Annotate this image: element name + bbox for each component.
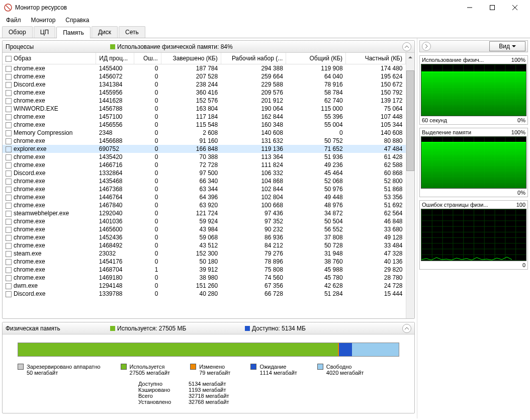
table-row[interactable]: Discord.exe1339788040 28066 72851 28415 …: [3, 290, 406, 298]
table-row[interactable]: dwm.exe12941480151 26067 35642 62824 728: [3, 282, 406, 290]
minimize-button[interactable]: [458, 0, 481, 15]
row-checkbox[interactable]: [6, 267, 12, 273]
row-checkbox[interactable]: [6, 291, 12, 297]
row-checkbox[interactable]: [6, 154, 12, 160]
tab-overview[interactable]: Обзор: [2, 26, 33, 38]
row-checkbox[interactable]: [6, 219, 12, 225]
physical-memory-title: Физическая память: [6, 325, 106, 332]
membar-free: [352, 343, 399, 356]
table-row[interactable]: Discord.exe13413840238 244229 58878 9161…: [3, 80, 406, 89]
app-icon: [4, 4, 12, 12]
table-row[interactable]: chrome.exe14559560360 416209 57658 78415…: [3, 89, 406, 97]
table-row[interactable]: chrome.exe1466716072 728111 82449 23662 …: [3, 161, 406, 169]
row-checkbox[interactable]: [6, 259, 12, 265]
legend-used: Используется27505 мегабайт: [121, 364, 170, 376]
close-button[interactable]: [503, 0, 526, 15]
maximize-button[interactable]: [481, 0, 503, 15]
row-checkbox[interactable]: [6, 187, 12, 193]
table-row[interactable]: chrome.exe1467368063 344102 84450 97651 …: [3, 185, 406, 193]
tab-memory[interactable]: Память: [56, 27, 91, 38]
membar-standby: [339, 343, 352, 356]
table-row[interactable]: chrome.exe14560720207 528259 66464 04019…: [3, 72, 406, 80]
table-row[interactable]: chrome.exe14416280152 576201 91262 74013…: [3, 97, 406, 105]
row-checkbox[interactable]: [6, 251, 12, 257]
table-row[interactable]: chrome.exe1452436059 06886 93637 80849 1…: [3, 233, 406, 241]
physical-memory-header[interactable]: Физическая память Используется: 27505 МБ…: [3, 322, 414, 334]
processes-title: Процессы: [6, 43, 106, 50]
row-checkbox[interactable]: [6, 82, 12, 88]
table-row[interactable]: chrome.exe14571000117 184162 84455 39610…: [3, 113, 406, 121]
legend-free: Свободно4020 мегабайт: [317, 364, 364, 376]
table-row[interactable]: explorer.exe6907520166 848119 13671 6524…: [3, 145, 406, 153]
row-checkbox[interactable]: [6, 98, 12, 104]
tab-cpu[interactable]: ЦП: [34, 26, 56, 38]
row-checkbox[interactable]: [6, 179, 12, 185]
table-row[interactable]: chrome.exe14565560115 548160 34855 00410…: [3, 121, 406, 129]
graph-commit: Выделение памяти100% 0%: [419, 128, 528, 197]
row-checkbox[interactable]: [6, 66, 12, 72]
menu-help[interactable]: Справка: [63, 16, 91, 25]
scroll-up-button[interactable]: [406, 53, 414, 61]
row-checkbox[interactable]: [6, 138, 12, 144]
menubar: Файл Монитор Справка: [0, 15, 530, 25]
table-row[interactable]: chrome.exe1435468066 340104 86852 06852 …: [3, 177, 406, 185]
col-commit[interactable]: Завершено (КБ): [161, 53, 221, 64]
table-row[interactable]: chrome.exe1401036059 92497 35250 50446 8…: [3, 217, 406, 225]
table-row[interactable]: chrome.exe1469180038 98074 56045 78028 7…: [3, 274, 406, 282]
memory-stats: Доступно5134 мегабайт Кэшировано1193 мег…: [138, 381, 399, 405]
table-row[interactable]: WINWORD.EXE14567880163 804190 064115 000…: [3, 105, 406, 113]
table-row[interactable]: chrome.exe1465600043 98490 23256 55233 6…: [3, 225, 406, 233]
svg-line-1: [6, 6, 10, 10]
legend-modified: Изменено79 мегабайт: [190, 364, 230, 376]
tab-disk[interactable]: Диск: [92, 26, 118, 38]
collapse-processes-button[interactable]: [402, 42, 411, 51]
row-checkbox[interactable]: [6, 130, 12, 136]
collapse-memory-button[interactable]: [402, 324, 411, 333]
col-private[interactable]: Частный (КБ): [346, 53, 406, 64]
mem-used-label: Используется: 27505 МБ: [117, 325, 186, 332]
table-row[interactable]: chrome.exe1435420070 388113 36451 93661 …: [3, 153, 406, 161]
tab-network[interactable]: Сеть: [119, 26, 145, 38]
row-checkbox[interactable]: [6, 146, 12, 152]
row-checkbox[interactable]: [6, 283, 12, 289]
table-row[interactable]: Memory Compression234802 608140 6080140 …: [3, 129, 406, 137]
row-checkbox[interactable]: [6, 211, 12, 217]
row-checkbox[interactable]: [6, 162, 12, 169]
row-checkbox[interactable]: [6, 203, 12, 209]
col-working-set[interactable]: Рабочий набор (...: [221, 53, 286, 64]
scroll-thumb[interactable]: [406, 70, 414, 171]
row-checkbox[interactable]: [6, 171, 12, 177]
row-checkbox[interactable]: [6, 122, 12, 128]
row-checkbox[interactable]: [6, 114, 12, 120]
menu-file[interactable]: Файл: [4, 16, 23, 25]
table-row[interactable]: chrome.exe1468704139 91275 80845 98829 8…: [3, 266, 406, 274]
col-errors[interactable]: Ош...: [134, 53, 161, 64]
row-checkbox[interactable]: [6, 90, 12, 96]
col-shareable[interactable]: Общий (КБ): [286, 53, 346, 64]
collapse-side-button[interactable]: [422, 42, 431, 51]
col-image[interactable]: Образ: [3, 53, 96, 64]
table-row[interactable]: Discord.exe1332864097 500106 33245 46460…: [3, 169, 406, 177]
table-row[interactable]: chrome.exe1468492043 51284 21250 72833 4…: [3, 241, 406, 249]
row-checkbox[interactable]: [6, 106, 12, 112]
mem-avail-label: Доступно: 5134 МБ: [252, 325, 306, 332]
row-checkbox[interactable]: [6, 243, 12, 249]
processes-header[interactable]: Процессы Использование физической памяти…: [3, 41, 414, 53]
table-row[interactable]: steamwebhelper.exe12920400121 72497 4363…: [3, 209, 406, 217]
view-button[interactable]: Вид: [489, 41, 525, 51]
row-checkbox[interactable]: [6, 275, 12, 281]
menu-monitor[interactable]: Монитор: [29, 16, 58, 25]
table-row[interactable]: chrome.exe1456688091 160131 63250 75280 …: [3, 137, 406, 145]
table-row[interactable]: chrome.exe1446764064 396102 80449 44853 …: [3, 193, 406, 201]
table-row[interactable]: chrome.exe1467840063 920100 66848 97651 …: [3, 201, 406, 209]
row-checkbox[interactable]: [6, 227, 12, 233]
row-checkbox[interactable]: [6, 74, 12, 80]
table-row[interactable]: steam.exe230320152 30079 27631 94847 328: [3, 249, 406, 258]
select-all-checkbox[interactable]: [6, 56, 12, 62]
table-row[interactable]: chrome.exe14554000187 784294 388119 9081…: [3, 64, 406, 73]
processes-scrollbar[interactable]: [406, 53, 414, 318]
col-pid[interactable]: ИД проц...: [96, 53, 134, 64]
table-row[interactable]: chrome.exe1454176050 18078 89638 76040 1…: [3, 258, 406, 266]
row-checkbox[interactable]: [6, 195, 12, 201]
row-checkbox[interactable]: [6, 235, 12, 241]
